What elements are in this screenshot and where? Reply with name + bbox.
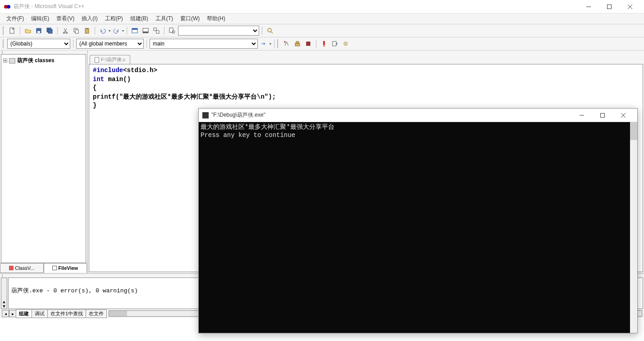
- workspace-sidebar: + 葫芦侠 classes ClassV... FileView: [0, 50, 88, 273]
- svg-rect-18: [132, 28, 137, 30]
- menu-file[interactable]: 文件(F): [3, 14, 27, 24]
- function-combo[interactable]: main: [150, 39, 258, 49]
- svg-rect-36: [601, 113, 605, 117]
- breakpoint-button[interactable]: [341, 39, 351, 49]
- menu-help[interactable]: 帮助(H): [203, 14, 229, 24]
- classview-icon: [9, 266, 14, 270]
- new-file-button[interactable]: [7, 26, 17, 36]
- console-scrollbar[interactable]: [630, 122, 637, 333]
- window-title: 葫芦侠 - Microsoft Visual C++: [14, 3, 578, 10]
- tab-classview[interactable]: ClassV...: [0, 263, 44, 273]
- menu-build[interactable]: 组建(B): [127, 14, 152, 24]
- svg-rect-33: [333, 41, 336, 46]
- svg-rect-14: [75, 30, 78, 33]
- maximize-button[interactable]: [599, 0, 620, 14]
- svg-point-1: [7, 5, 10, 9]
- save-all-button[interactable]: [45, 26, 55, 36]
- console-title: "F:\Debug\葫芦侠.exe": [211, 111, 571, 119]
- svg-rect-28: [295, 43, 300, 46]
- toolbar-grip-3[interactable]: [277, 39, 280, 48]
- build-button[interactable]: [292, 39, 302, 49]
- open-button[interactable]: [23, 26, 33, 36]
- svg-rect-8: [37, 31, 40, 33]
- wizard-toolbar: (Globals) (All global members main ▾: [0, 37, 644, 50]
- console-window: "F:\Debug\葫芦侠.exe" 最大的游戏社区*最多大神汇聚*最强大分享平…: [198, 108, 638, 333]
- menu-view[interactable]: 查看(V): [53, 14, 78, 24]
- menu-tools[interactable]: 工具(T): [152, 14, 177, 24]
- output-button[interactable]: [141, 26, 151, 36]
- console-titlebar[interactable]: "F:\Debug\葫芦侠.exe": [199, 109, 637, 122]
- svg-line-26: [271, 32, 273, 33]
- svg-rect-16: [86, 28, 88, 29]
- find-combo[interactable]: [178, 26, 259, 36]
- redo-button[interactable]: [111, 26, 121, 36]
- svg-point-32: [324, 45, 325, 47]
- svg-rect-20: [143, 32, 148, 33]
- paste-button[interactable]: [82, 26, 92, 36]
- tree-item-label: 葫芦侠 classes: [17, 57, 55, 64]
- tree-item-classes[interactable]: + 葫芦侠 classes: [3, 56, 84, 65]
- console-close-button[interactable]: [613, 109, 634, 122]
- svg-rect-30: [306, 42, 310, 45]
- undo-button[interactable]: [98, 26, 108, 36]
- console-maximize-button[interactable]: [592, 109, 613, 122]
- output-tab-find1[interactable]: 在文件1中查找: [47, 309, 86, 318]
- output-tab-find2[interactable]: 在文件: [86, 309, 107, 318]
- menu-insert[interactable]: 插入(I): [78, 14, 101, 24]
- output-tab-prev[interactable]: ◂: [2, 310, 9, 317]
- find-in-files-button[interactable]: [167, 26, 177, 36]
- console-icon: [202, 112, 209, 118]
- output-vscroll[interactable]: ▲▼: [1, 277, 7, 309]
- svg-rect-22: [156, 31, 159, 33]
- menu-window[interactable]: 窗口(W): [177, 14, 203, 24]
- stop-build-button[interactable]: [303, 39, 313, 49]
- cut-button[interactable]: [60, 26, 70, 36]
- console-minimize-button[interactable]: [571, 109, 592, 122]
- output-tab-next[interactable]: ▸: [9, 310, 16, 317]
- copy-button[interactable]: [71, 26, 81, 36]
- execute-button[interactable]: [319, 39, 329, 49]
- app-icon: [4, 3, 11, 10]
- svg-point-27: [284, 41, 286, 43]
- toolbar-grip[interactable]: [3, 26, 5, 35]
- minimize-button[interactable]: [578, 0, 599, 14]
- console-output[interactable]: 最大的游戏社区*最多大神汇聚*最强大分享平台 Press any key to …: [199, 122, 637, 333]
- svg-rect-31: [323, 41, 325, 45]
- goto-button[interactable]: [259, 39, 269, 49]
- svg-rect-23: [169, 28, 173, 32]
- menubar: 文件(F) 编辑(E) 查看(V) 插入(I) 工程(P) 组建(B) 工具(T…: [0, 14, 644, 24]
- document-icon: [95, 57, 99, 63]
- window-list-button[interactable]: [151, 26, 161, 36]
- menu-project[interactable]: 工程(P): [101, 14, 127, 24]
- find-button[interactable]: [265, 26, 275, 36]
- tab-fileview[interactable]: FileView: [44, 263, 87, 273]
- svg-rect-29: [296, 41, 299, 43]
- fileview-icon: [52, 266, 57, 270]
- svg-rect-10: [48, 29, 52, 33]
- classes-icon: [9, 58, 15, 64]
- standard-toolbar: ▾ ▾: [0, 24, 644, 37]
- workspace-button[interactable]: [130, 26, 140, 36]
- editor-tab[interactable]: F:\葫芦侠.c: [90, 55, 130, 64]
- go-button[interactable]: [330, 39, 340, 49]
- save-button[interactable]: [34, 26, 44, 36]
- svg-rect-3: [607, 5, 612, 9]
- toolbar-grip-2[interactable]: [3, 39, 5, 48]
- members-combo[interactable]: (All global members: [76, 39, 144, 49]
- window-titlebar: 葫芦侠 - Microsoft Visual C++: [0, 0, 644, 14]
- class-tree[interactable]: + 葫芦侠 classes: [1, 54, 86, 263]
- output-tab-debug[interactable]: 调试: [32, 309, 48, 318]
- menu-edit[interactable]: 编辑(E): [27, 14, 53, 24]
- compile-button[interactable]: [282, 39, 292, 49]
- sidebar-grip[interactable]: [0, 50, 87, 54]
- output-tab-build[interactable]: 组建: [16, 309, 32, 318]
- close-button[interactable]: [620, 0, 640, 14]
- expand-icon[interactable]: +: [3, 59, 7, 63]
- svg-point-25: [268, 28, 271, 32]
- scope-combo[interactable]: (Globals): [7, 39, 70, 49]
- svg-rect-21: [154, 28, 156, 31]
